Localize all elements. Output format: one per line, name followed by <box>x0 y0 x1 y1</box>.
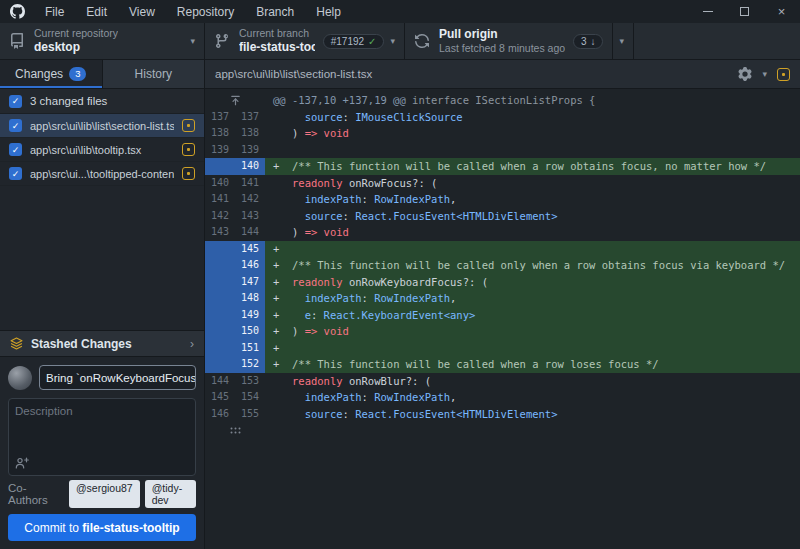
maximize-button[interactable] <box>726 0 763 23</box>
pr-number-badge[interactable]: #17192 ✓ <box>323 34 385 49</box>
tab-changes[interactable]: Changes 3 <box>0 60 102 88</box>
file-checkbox[interactable]: ✓ <box>9 143 22 156</box>
old-line-number[interactable]: 137 <box>205 109 235 126</box>
diff-line[interactable]: 151+ <box>205 340 800 357</box>
new-line-number[interactable]: 151 <box>235 340 265 357</box>
old-line-number[interactable] <box>205 257 235 274</box>
new-line-number[interactable]: 139 <box>235 142 265 159</box>
diff-line[interactable]: 142143 source: React.FocusEvent<HTMLDivE… <box>205 208 800 225</box>
file-checkbox[interactable]: ✓ <box>9 119 22 132</box>
diff-expand-handle-icon[interactable] <box>205 422 265 439</box>
diff-line[interactable]: 140+ /** This function will be called wh… <box>205 158 800 175</box>
diff-line[interactable]: 141142 indexPath: RowIndexPath, <box>205 191 800 208</box>
diff-hunk-header[interactable]: @@ -137,10 +137,19 @@ interface ISection… <box>205 92 800 109</box>
current-repository-button[interactable]: Current repository desktop ▾ <box>0 23 205 59</box>
stashed-changes-row[interactable]: Stashed Changes › <box>0 330 204 357</box>
old-line-number[interactable] <box>205 307 235 324</box>
git-branch-icon <box>214 33 230 49</box>
old-line-number[interactable] <box>205 241 235 258</box>
chevron-down-icon[interactable]: ▾ <box>613 36 624 46</box>
code-line: source: React.FocusEvent<HTMLDivElement> <box>265 208 800 225</box>
diff-line[interactable]: 145+ <box>205 241 800 258</box>
old-line-number[interactable]: 144 <box>205 373 235 390</box>
old-line-number[interactable]: 143 <box>205 224 235 241</box>
diff-line[interactable]: 147+ readonly onRowKeyboardFocus?: ( <box>205 274 800 291</box>
expand-hunk-up-icon[interactable] <box>205 92 265 109</box>
old-line-number[interactable]: 138 <box>205 125 235 142</box>
modified-status-icon <box>182 119 195 132</box>
new-line-number[interactable]: 140 <box>235 158 265 175</box>
new-line-number[interactable]: 154 <box>235 389 265 406</box>
commit-description-input[interactable]: Description <box>8 398 196 476</box>
old-line-number[interactable]: 141 <box>205 191 235 208</box>
close-icon: × <box>778 4 786 19</box>
menu-file[interactable]: File <box>34 0 75 23</box>
file-row[interactable]: ✓app\src\ui\lib\tooltip.tsx <box>0 138 204 162</box>
diff-line[interactable]: 149+ e: React.KeyboardEvent<any> <box>205 307 800 324</box>
coauthor-pill[interactable]: @sergiou87 <box>69 480 140 508</box>
diff-line[interactable]: 139139 <box>205 142 800 159</box>
current-repository-name: desktop <box>34 40 118 55</box>
old-line-number[interactable]: 142 <box>205 208 235 225</box>
menu-help[interactable]: Help <box>305 0 352 23</box>
diff-line[interactable]: 150+ ) => void <box>205 323 800 340</box>
coauthor-pill[interactable]: @tidy-dev <box>145 480 196 508</box>
diff-options-button[interactable]: ▾ <box>738 67 767 81</box>
coauthor-pills: @sergiou87@tidy-dev <box>69 480 196 508</box>
diff-line[interactable]: 137137 source: IMouseClickSource <box>205 109 800 126</box>
old-line-number[interactable]: 146 <box>205 406 235 423</box>
diff-line[interactable]: 144153 readonly onRowBlur?: ( <box>205 373 800 390</box>
new-line-number[interactable]: 147 <box>235 274 265 291</box>
old-line-number[interactable] <box>205 340 235 357</box>
diff-line[interactable]: 143144 ) => void <box>205 224 800 241</box>
file-row[interactable]: ✓app\src\ui\lib\list\section-list.tsx <box>0 114 204 138</box>
diff-line[interactable]: 145154 indexPath: RowIndexPath, <box>205 389 800 406</box>
pull-origin-button[interactable]: Pull origin Last fetched 8 minutes ago 3… <box>405 23 634 59</box>
old-line-number[interactable]: 140 <box>205 175 235 192</box>
menu-branch[interactable]: Branch <box>245 0 305 23</box>
new-line-number[interactable]: 149 <box>235 307 265 324</box>
new-line-number[interactable]: 153 <box>235 373 265 390</box>
menu-view[interactable]: View <box>118 0 166 23</box>
old-line-number[interactable] <box>205 356 235 373</box>
diff-line[interactable]: 148+ indexPath: RowIndexPath, <box>205 290 800 307</box>
new-line-number[interactable]: 150 <box>235 323 265 340</box>
new-line-number[interactable]: 137 <box>235 109 265 126</box>
github-logo-icon <box>10 4 25 19</box>
diff-line[interactable]: 152+ /** This function will be called wh… <box>205 356 800 373</box>
new-line-number[interactable]: 143 <box>235 208 265 225</box>
menu-edit[interactable]: Edit <box>75 0 118 23</box>
new-line-number[interactable]: 145 <box>235 241 265 258</box>
new-line-number[interactable]: 138 <box>235 125 265 142</box>
old-line-number[interactable]: 145 <box>205 389 235 406</box>
file-row[interactable]: ✓app\src\ui...\tooltipped-content.tsx <box>0 162 204 186</box>
diff-line[interactable]: 146+ /** This function will be called on… <box>205 257 800 274</box>
old-line-number[interactable] <box>205 323 235 340</box>
new-line-number[interactable]: 144 <box>235 224 265 241</box>
select-all-checkbox[interactable]: ✓ <box>9 95 22 108</box>
add-coauthor-icon[interactable] <box>15 457 189 469</box>
new-line-number[interactable]: 142 <box>235 191 265 208</box>
old-line-number[interactable]: 139 <box>205 142 235 159</box>
menu-repository[interactable]: Repository <box>166 0 245 23</box>
coauthors-label: Co-Authors <box>8 482 62 506</box>
old-line-number[interactable] <box>205 290 235 307</box>
minimize-button[interactable] <box>689 0 726 23</box>
new-line-number[interactable]: 148 <box>235 290 265 307</box>
new-line-number[interactable]: 141 <box>235 175 265 192</box>
stash-icon <box>10 337 23 350</box>
diff-line[interactable]: 146155 source: React.FocusEvent<HTMLDivE… <box>205 406 800 423</box>
diff-line[interactable]: 138138 ) => void <box>205 125 800 142</box>
commit-summary-input[interactable]: Bring `onRowKeyboardFocus` to `Se <box>39 365 196 390</box>
new-line-number[interactable]: 152 <box>235 356 265 373</box>
tab-history[interactable]: History <box>102 60 205 88</box>
commit-button[interactable]: Commit to file-status-tooltip <box>8 514 196 541</box>
old-line-number[interactable] <box>205 274 235 291</box>
current-branch-button[interactable]: Current branch file-status-too… #17192 ✓… <box>205 23 405 59</box>
old-line-number[interactable] <box>205 158 235 175</box>
file-checkbox[interactable]: ✓ <box>9 167 22 180</box>
diff-line[interactable]: 140141 readonly onRowFocus?: ( <box>205 175 800 192</box>
new-line-number[interactable]: 146 <box>235 257 265 274</box>
close-button[interactable]: × <box>763 0 800 23</box>
new-line-number[interactable]: 155 <box>235 406 265 423</box>
